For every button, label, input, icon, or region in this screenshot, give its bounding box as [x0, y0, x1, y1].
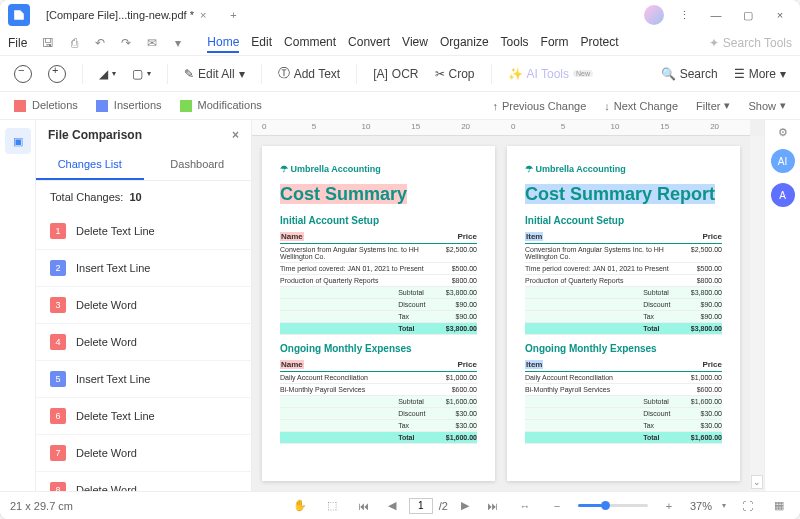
redo-icon[interactable]: ↷	[115, 32, 137, 54]
change-label: Delete Text Line	[76, 225, 155, 237]
tab-title: [Compare File]...ting-new.pdf *	[46, 9, 194, 21]
search-tools[interactable]: ✦ Search Tools	[709, 36, 792, 50]
menu-convert[interactable]: Convert	[348, 33, 390, 53]
titlebar: [Compare File]...ting-new.pdf * × + ⋮ — …	[0, 0, 800, 30]
close-panel-icon[interactable]: ×	[232, 128, 239, 142]
total-changes: Total Changes:10	[36, 181, 251, 213]
ai-tools-button[interactable]: ✨ AI ToolsNew	[504, 65, 597, 83]
fullscreen-icon[interactable]: ⛶	[736, 495, 758, 517]
ai-tools-label: AI Tools	[527, 67, 569, 81]
change-label: Delete Word	[76, 484, 137, 491]
undo-icon[interactable]: ↶	[89, 32, 111, 54]
minimize-icon[interactable]: —	[704, 3, 728, 27]
menu-dots-icon[interactable]: ⋮	[672, 3, 696, 27]
menu-organize[interactable]: Organize	[440, 33, 489, 53]
change-item[interactable]: 6Delete Text Line	[36, 398, 251, 435]
change-number: 6	[50, 408, 66, 424]
page-left[interactable]: Umbrella Accounting Cost Summary Initial…	[262, 146, 495, 481]
maximize-icon[interactable]: ▢	[736, 3, 760, 27]
next-label: Next Change	[614, 100, 678, 112]
search-button[interactable]: 🔍 Search	[657, 65, 722, 83]
edit-all-label: Edit All	[198, 67, 235, 81]
ai-chat-icon[interactable]: AI	[771, 149, 795, 173]
first-page-icon[interactable]: ⏮	[353, 495, 375, 517]
ocr-button[interactable]: [A] OCR	[369, 65, 422, 83]
highlight-button[interactable]: ◢▾	[95, 65, 120, 83]
document-tab[interactable]: [Compare File]...ting-new.pdf * ×	[38, 1, 214, 29]
hand-tool-icon[interactable]: ✋	[289, 495, 311, 517]
tab-dashboard[interactable]: Dashboard	[144, 150, 252, 180]
select-tool-icon[interactable]: ⬚	[321, 495, 343, 517]
add-text-button[interactable]: Ⓣ Add Text	[274, 63, 344, 84]
zoom-out-status-icon[interactable]: −	[546, 495, 568, 517]
doc-title: Cost Summary	[280, 184, 477, 205]
change-item[interactable]: 3Delete Word	[36, 287, 251, 324]
change-item[interactable]: 1Delete Text Line	[36, 213, 251, 250]
compare-panel-icon[interactable]: ▣	[5, 128, 31, 154]
save-icon[interactable]: 🖫	[37, 32, 59, 54]
toolbar: ◢▾ ▢▾ ✎ Edit All ▾ Ⓣ Add Text [A] OCR ✂ …	[0, 56, 800, 92]
filter-dropdown[interactable]: Filter ▾	[696, 99, 730, 112]
menu-comment[interactable]: Comment	[284, 33, 336, 53]
legend-deletions: Deletions	[14, 99, 78, 112]
zoom-in-status-icon[interactable]: +	[658, 495, 680, 517]
change-item[interactable]: 4Delete Word	[36, 324, 251, 361]
new-tab-button[interactable]: +	[222, 4, 244, 26]
scroll-nav-icon[interactable]: ⌄	[751, 475, 763, 489]
change-number: 4	[50, 334, 66, 350]
mail-icon[interactable]: ✉	[141, 32, 163, 54]
change-item[interactable]: 8Delete Word	[36, 472, 251, 491]
show-dropdown[interactable]: Show ▾	[748, 99, 786, 112]
section-1: Initial Account Setup	[280, 215, 477, 226]
legend-insertions: Insertions	[96, 99, 162, 112]
fit-width-icon[interactable]: ↔	[514, 495, 536, 517]
print-icon[interactable]: ⎙	[63, 32, 85, 54]
shape-button[interactable]: ▢▾	[128, 65, 155, 83]
change-item[interactable]: 5Insert Text Line	[36, 361, 251, 398]
layout-icon[interactable]: ▦	[768, 495, 790, 517]
tab-changes-list[interactable]: Changes List	[36, 150, 144, 180]
doc-title: Cost Summary Report	[525, 184, 722, 205]
zoom-out-icon	[14, 65, 32, 83]
settings-icon[interactable]: ⚙	[778, 126, 788, 139]
vertical-scrollbar[interactable]	[750, 136, 764, 491]
document-area: 05101520 05101520 Umbrella Accounting Co…	[252, 120, 764, 491]
more-button[interactable]: ☰ More ▾	[730, 65, 790, 83]
next-page-icon[interactable]: ▶	[454, 495, 476, 517]
menu-edit[interactable]: Edit	[251, 33, 272, 53]
last-page-icon[interactable]: ⏭	[482, 495, 504, 517]
zoom-in-button[interactable]	[44, 63, 70, 85]
change-label: Delete Text Line	[76, 410, 155, 422]
close-window-icon[interactable]: ×	[768, 3, 792, 27]
chevron-down-icon[interactable]: ▾	[167, 32, 189, 54]
menu-tools[interactable]: Tools	[501, 33, 529, 53]
previous-change-button[interactable]: ↑ Previous Change	[492, 100, 586, 112]
zoom-slider[interactable]	[578, 504, 648, 507]
show-label: Show	[748, 100, 776, 112]
page-right[interactable]: Umbrella Accounting Cost Summary Report …	[507, 146, 740, 481]
change-item[interactable]: 7Delete Word	[36, 435, 251, 472]
brand: Umbrella Accounting	[280, 164, 477, 174]
menu-form[interactable]: Form	[541, 33, 569, 53]
change-number: 1	[50, 223, 66, 239]
close-icon[interactable]: ×	[200, 9, 206, 21]
file-menu[interactable]: File	[8, 36, 27, 50]
prev-page-icon[interactable]: ◀	[381, 495, 403, 517]
legend-bar: Deletions Insertions Modifications ↑ Pre…	[0, 92, 800, 120]
change-label: Delete Word	[76, 447, 137, 459]
menu-protect[interactable]: Protect	[581, 33, 619, 53]
page-input[interactable]	[409, 498, 433, 514]
ai-assist-icon[interactable]: A	[771, 183, 795, 207]
avatar[interactable]	[644, 5, 664, 25]
edit-all-button[interactable]: ✎ Edit All ▾	[180, 65, 249, 83]
next-change-button[interactable]: ↓ Next Change	[604, 100, 678, 112]
zoom-out-button[interactable]	[10, 63, 36, 85]
add-text-label: Add Text	[294, 67, 340, 81]
prev-label: Previous Change	[502, 100, 586, 112]
change-number: 2	[50, 260, 66, 276]
change-number: 8	[50, 482, 66, 491]
menu-home[interactable]: Home	[207, 33, 239, 53]
change-item[interactable]: 2Insert Text Line	[36, 250, 251, 287]
crop-button[interactable]: ✂ Crop	[431, 65, 479, 83]
menu-view[interactable]: View	[402, 33, 428, 53]
